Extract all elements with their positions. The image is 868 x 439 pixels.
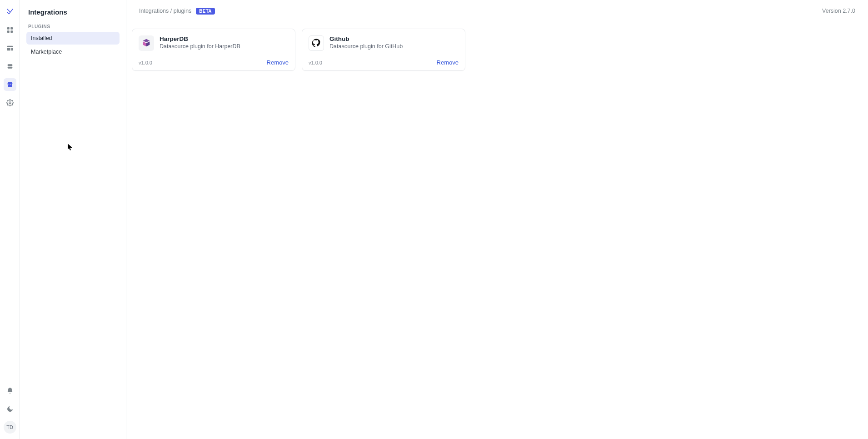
plugin-name: HarperDB [160, 35, 240, 42]
plugin-description: Datasource plugin for GitHub [329, 43, 403, 50]
github-icon [309, 35, 324, 51]
plugin-version: v1.0.0 [309, 60, 322, 65]
breadcrumb: Integrations / plugins BETA [139, 8, 215, 15]
sidebar-section-label: PLUGINS [26, 24, 120, 29]
breadcrumb-text: Integrations / plugins [139, 8, 191, 14]
svg-point-10 [9, 102, 11, 104]
svg-rect-6 [11, 48, 12, 50]
svg-rect-9 [8, 85, 12, 87]
icon-rail: TD [0, 0, 20, 439]
sidebar-item-marketplace[interactable]: Marketplace [26, 45, 120, 58]
svg-rect-7 [7, 64, 12, 66]
svg-rect-1 [10, 27, 13, 30]
theme-icon[interactable] [4, 403, 16, 415]
harperdb-icon [139, 35, 154, 51]
settings-icon[interactable] [4, 96, 16, 109]
workspace-icon[interactable] [4, 42, 16, 55]
svg-rect-8 [7, 67, 12, 69]
user-avatar[interactable]: TD [4, 421, 16, 434]
apps-icon[interactable] [4, 24, 16, 36]
page-title: Integrations [26, 8, 120, 16]
logo-icon[interactable] [4, 5, 16, 18]
svg-rect-5 [7, 48, 10, 50]
svg-rect-3 [10, 30, 13, 33]
plugin-version: v1.0.0 [139, 60, 152, 65]
svg-rect-4 [7, 46, 13, 47]
sidebar: Integrations PLUGINS Installed Marketpla… [20, 0, 126, 439]
plugin-list: HarperDB Datasource plugin for HarperDB … [126, 22, 868, 77]
remove-button[interactable]: Remove [267, 59, 289, 66]
plugin-card: HarperDB Datasource plugin for HarperDB … [132, 29, 295, 71]
database-icon[interactable] [4, 60, 16, 73]
plugin-card: Github Datasource plugin for GitHub v1.0… [302, 29, 465, 71]
beta-badge: BETA [196, 8, 215, 15]
version-label: Version 2.7.0 [822, 8, 855, 14]
sidebar-item-installed[interactable]: Installed [26, 32, 120, 45]
svg-rect-2 [7, 30, 10, 33]
plugin-name: Github [329, 35, 403, 42]
marketplace-icon[interactable] [4, 78, 16, 91]
main: Integrations / plugins BETA Version 2.7.… [126, 0, 868, 439]
notifications-icon[interactable] [4, 384, 16, 397]
plugin-description: Datasource plugin for HarperDB [160, 43, 240, 50]
topbar: Integrations / plugins BETA Version 2.7.… [126, 0, 868, 22]
remove-button[interactable]: Remove [437, 59, 459, 66]
svg-rect-0 [7, 27, 10, 30]
